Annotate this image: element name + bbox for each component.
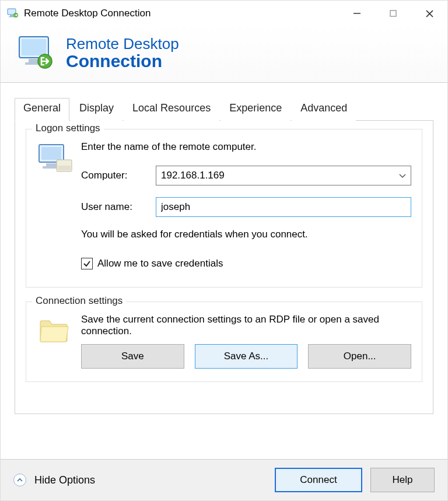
tab-experience[interactable]: Experience: [220, 98, 290, 121]
svg-rect-14: [46, 163, 57, 166]
group-connection: Connection settings Save the current con…: [26, 302, 422, 382]
svg-rect-13: [41, 147, 61, 160]
header: Remote Desktop Connection: [1, 26, 447, 83]
open-button[interactable]: Open...: [308, 344, 411, 369]
tab-label: Experience: [229, 102, 282, 114]
tab-label: Local Resources: [132, 102, 211, 114]
allow-save-label: Allow me to save credentials: [97, 258, 223, 269]
maximize-button[interactable]: [375, 1, 411, 26]
allow-save-row: Allow me to save credentials: [81, 258, 411, 269]
folder-icon: [34, 313, 81, 369]
svg-rect-2: [9, 16, 15, 17]
help-button-label: Help: [393, 474, 413, 486]
svg-rect-7: [22, 39, 46, 55]
collapse-icon[interactable]: [13, 474, 26, 486]
save-as-button[interactable]: Save As...: [195, 344, 298, 369]
username-label: User name:: [81, 201, 156, 213]
options-toggle-label[interactable]: Hide Options: [34, 474, 267, 486]
tab-panel-general: Logon settings Enter the name: [15, 120, 433, 414]
tab-general[interactable]: General: [15, 98, 69, 121]
save-button-label: Save: [121, 351, 144, 362]
group-logon: Logon settings Enter the name: [26, 129, 422, 288]
open-button-label: Open...: [344, 351, 376, 362]
computer-value: 192.168.1.169: [161, 170, 225, 181]
tab-label: Display: [79, 102, 114, 114]
window-controls: [339, 1, 447, 26]
svg-rect-5: [390, 10, 396, 16]
bottombar: Hide Options Connect Help: [1, 459, 447, 500]
svg-rect-17: [58, 166, 71, 170]
allow-save-checkbox[interactable]: [81, 258, 93, 269]
window: Remote Desktop Connection: [0, 0, 448, 501]
save-button[interactable]: Save: [81, 344, 184, 369]
content: General Display Local Resources Experien…: [1, 83, 447, 459]
app-icon: [6, 7, 19, 20]
tab-label: Advanced: [300, 102, 347, 114]
connection-intro: Save the current connection settings to …: [81, 314, 411, 337]
window-title: Remote Desktop Connection: [24, 8, 339, 19]
tab-advanced[interactable]: Advanced: [292, 98, 356, 121]
username-row: User name:: [81, 197, 411, 217]
computer-row: Computer: 192.168.1.169: [81, 166, 411, 185]
computer-combobox[interactable]: 192.168.1.169: [156, 166, 411, 185]
logon-intro: Enter the name of the remote computer.: [81, 141, 411, 153]
save-as-button-label: Save As...: [224, 351, 269, 362]
computer-label: Computer:: [81, 170, 156, 181]
username-input[interactable]: [156, 197, 411, 217]
computer-icon: [34, 140, 81, 269]
header-text: Remote Desktop Connection: [66, 36, 179, 71]
connect-button[interactable]: Connect: [275, 468, 362, 492]
chevron-down-icon: [399, 170, 406, 181]
tabstrip: General Display Local Resources Experien…: [15, 98, 433, 121]
credentials-info: You will be asked for credentials when y…: [81, 229, 411, 240]
minimize-button[interactable]: [339, 1, 375, 26]
connect-button-label: Connect: [300, 474, 337, 486]
titlebar: Remote Desktop Connection: [1, 1, 447, 26]
group-logon-label: Logon settings: [32, 122, 104, 134]
rdp-icon: [16, 32, 58, 74]
header-line1: Remote Desktop: [66, 36, 179, 52]
tab-local-resources[interactable]: Local Resources: [124, 98, 219, 121]
connection-buttons: Save Save As... Open...: [81, 344, 411, 369]
close-button[interactable]: [411, 1, 447, 26]
svg-rect-1: [10, 15, 13, 16]
header-line2: Connection: [66, 52, 179, 71]
tab-display[interactable]: Display: [71, 98, 123, 121]
tab-label: General: [23, 102, 61, 114]
group-connection-label: Connection settings: [32, 295, 126, 307]
help-button[interactable]: Help: [370, 468, 435, 492]
